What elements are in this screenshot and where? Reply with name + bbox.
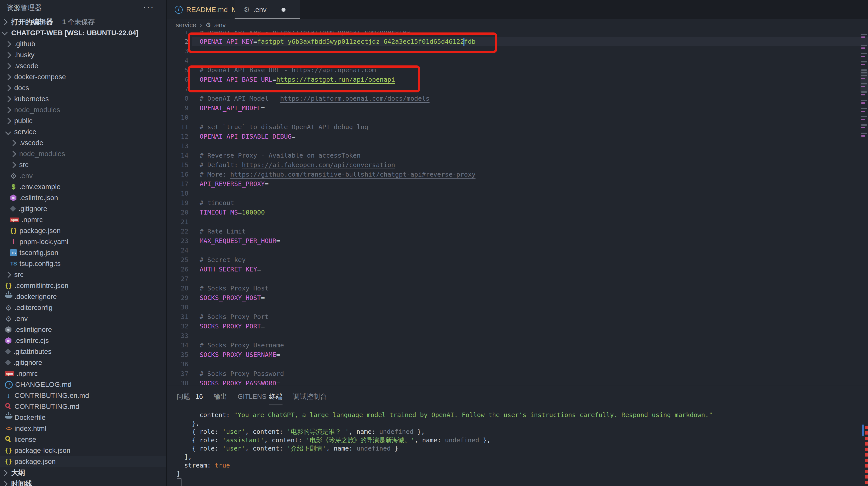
panel-tab-GITLENS[interactable]: GITLENS [238,386,267,407]
tree-item-.npmrc[interactable]: npm.npmrc [0,368,166,379]
code-line-2[interactable]: 2OPENAI_API_KEY=fastgpt-y6b3axfbdd5wyp01… [167,37,868,46]
code-line-19[interactable]: 19# timeout [167,198,868,207]
more-actions-icon[interactable]: ··· [143,1,154,12]
panel-tab-输出[interactable]: 输出 [214,386,227,407]
code-line-23[interactable]: 23MAX_REQUEST_PER_HOUR= [167,236,868,246]
tree-item-index.html[interactable]: <>index.html [0,423,166,434]
tree-item-.husky[interactable]: .husky [0,50,166,60]
minimap-slider[interactable] [861,71,868,92]
code-line-35[interactable]: 35SOCKS_PROXY_USERNAME= [167,350,868,360]
code-line-6[interactable]: 6OPENAI_API_BASE_URL=https://fastgpt.run… [167,75,868,84]
scrollbar-slider[interactable] [862,425,864,436]
tree-item-package.json[interactable]: {}package.json [0,225,166,236]
tree-item-public[interactable]: public [0,115,166,126]
tree-item-.github[interactable]: .github [0,38,166,50]
tab-env-active[interactable]: ⚙ .env [235,0,300,19]
code-line-38[interactable]: 38SOCKS_PROXY_PASSWORD= [167,378,868,386]
tree-item-license[interactable]: license [0,434,166,445]
tree-item-.eslintrc.cjs[interactable]: .eslintrc.cjs [0,335,166,346]
tree-item-src[interactable]: src [0,159,166,170]
tree-item-tsconfig.json[interactable]: TStsconfig.json [0,247,166,258]
minimap[interactable] [861,34,868,153]
code-line-25[interactable]: 25# Secret key [167,255,868,264]
tree-item-.eslintignore[interactable]: .eslintignore [0,324,166,335]
code-line-28[interactable]: 28# Socks Proxy Host [167,283,868,293]
tree-item-.gitignore[interactable]: .gitignore [0,203,166,214]
tree-item-.gitattributes[interactable]: .gitattributes [0,346,166,357]
tree-item-kubernetes[interactable]: kubernetes [0,93,166,105]
code-line-21[interactable]: 21 [167,217,868,227]
timeline-section[interactable]: 时间线 [0,478,166,486]
code-line-14[interactable]: 14# Reverse Proxy - Available on accessT… [167,151,868,160]
tree-item-.commitlintrc.json[interactable]: {}.commitlintrc.json [0,280,166,291]
code-line-18[interactable]: 18 [167,189,868,198]
code-line-29[interactable]: 29SOCKS_PROXY_HOST= [167,293,868,303]
code-line-4[interactable]: 4 [167,56,868,65]
code-line-34[interactable]: 34# Socks Proxy Username [167,340,868,350]
code-line-20[interactable]: 20TIMEOUT_MS=100000 [167,207,868,217]
code-line-16[interactable]: 16# More: https://github.com/transitive-… [167,170,868,179]
tree-item-.env[interactable]: ⚙.env [0,313,166,324]
code-line-5[interactable]: 5# OpenAI API Base URL - https://api.ope… [167,65,868,75]
terminal[interactable]: content: "You are ChatGPT, a large langu… [167,407,868,486]
code-line-27[interactable]: 27 [167,274,868,283]
tree-item-CONTRIBUTING.en.md[interactable]: ↓CONTRIBUTING.en.md [0,390,166,401]
tree-item-.env[interactable]: ⚙.env [0,170,166,181]
tree-item-tsup.config.ts[interactable]: TStsup.config.ts [0,258,166,269]
code-line-10[interactable]: 10 [167,113,868,122]
breadcrumb-folder[interactable]: service [176,21,196,29]
code-line-33[interactable]: 33 [167,331,868,340]
tree-item-.vscode[interactable]: .vscode [0,137,166,148]
panel-tab-调试控制台[interactable]: 调试控制台 [293,386,327,407]
tree-item-src[interactable]: src [0,269,166,280]
tree-item-.eslintrc.json[interactable]: .eslintrc.json [0,192,166,203]
code-line-24[interactable]: 24 [167,246,868,255]
tab-readme[interactable]: i README.md M [167,0,235,19]
panel-tab-终端[interactable]: 终端 [269,386,282,407]
tree-item-.gitignore[interactable]: .gitignore [0,357,166,368]
tree-item-.editorconfig[interactable]: ⚙.editorconfig [0,302,166,313]
code-editor[interactable]: 1# OpenAI API Key - https://platform.ope… [167,31,868,386]
tree-item-.vscode[interactable]: .vscode [0,60,166,72]
code-line-26[interactable]: 26AUTH_SECRET_KEY= [167,264,868,274]
tree-item-.npmrc[interactable]: npm.npmrc [0,214,166,225]
code-line-12[interactable]: 12OPENAI_API_DISABLE_DEBUG= [167,132,868,141]
tree-item-pnpm-lock.yaml[interactable]: !pnpm-lock.yaml [0,236,166,247]
code-line-32[interactable]: 32SOCKS_PROXY_PORT= [167,321,868,331]
tree-item-docker-compose[interactable]: docker-compose [0,72,166,82]
tree-item-CHANGELOG.md[interactable]: CHANGELOG.md [0,379,166,390]
code-line-22[interactable]: 22# Rate Limit [167,227,868,236]
panel-tab-问题[interactable]: 问题 [177,386,190,407]
code-line-7[interactable]: 7 [167,84,868,94]
tree-item-.dockerignore[interactable]: .dockerignore [0,291,166,302]
tree-item-nodemodules[interactable]: node_modules [0,105,166,115]
tree-item-nodemodules[interactable]: node_modules [0,148,166,159]
minimap-line-mark [861,56,865,57]
breadcrumb-file[interactable]: .env [213,21,226,29]
code-line-3[interactable]: 3 [167,46,868,56]
open-editors-section[interactable]: 打开的编辑器 1 个未保存 [0,17,166,27]
code-line-11[interactable]: 11# set `true` to disable OpenAI API deb… [167,122,868,132]
project-section[interactable]: CHATGPT-WEB [WSL: UBUNTU-22.04] [0,27,166,38]
code-line-8[interactable]: 8# OpenAI API Model - https://platform.o… [167,94,868,103]
gear-icon: ⚙ [244,5,250,14]
unsaved-dot-icon[interactable] [281,8,285,12]
code-line-30[interactable]: 30 [167,303,868,312]
problems-count[interactable]: 16 [195,386,203,407]
code-line-37[interactable]: 37# Socks Proxy Password [167,369,868,378]
code-line-13[interactable]: 13 [167,141,868,151]
tree-item-CONTRIBUTING.md[interactable]: CONTRIBUTING.md [0,401,166,412]
code-line-17[interactable]: 17API_REVERSE_PROXY= [167,179,868,189]
outline-section[interactable]: 大纲 [0,467,166,478]
tree-item-service[interactable]: service [0,126,166,137]
code-line-31[interactable]: 31# Socks Proxy Port [167,312,868,321]
tree-item-package-lock.json[interactable]: {}package-lock.json [0,445,166,456]
code-line-9[interactable]: 9OPENAI_API_MODEL= [167,103,868,113]
code-line-1[interactable]: 1# OpenAI API Key - https://platform.ope… [167,31,868,37]
tree-item-Dockerfile[interactable]: Dockerfile [0,412,166,423]
tree-item-package.json[interactable]: {}package.json [0,456,166,467]
tree-item-.env.example[interactable]: $.env.example [0,181,166,192]
code-line-15[interactable]: 15# Default: https://ai.fakeopen.com/api… [167,160,868,170]
code-line-36[interactable]: 36 [167,360,868,369]
tree-item-docs[interactable]: docs [0,82,166,93]
